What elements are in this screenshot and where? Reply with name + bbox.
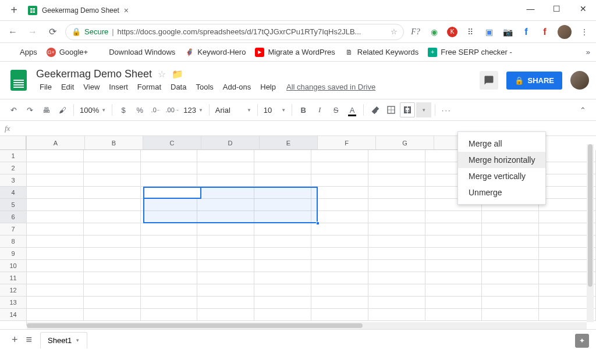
font-select[interactable]: Arial▼	[213, 106, 254, 115]
cell[interactable]	[254, 174, 311, 187]
cell[interactable]	[254, 272, 311, 284]
redo-button[interactable]: ↷	[22, 102, 37, 117]
row-header-9[interactable]: 9	[0, 248, 26, 260]
cell[interactable]	[141, 150, 198, 162]
row-header-5[interactable]: 5	[0, 199, 26, 211]
cell[interactable]	[368, 211, 425, 223]
browser-menu-button[interactable]: ⋮	[579, 26, 590, 38]
extension-f-icon[interactable]: F?	[410, 26, 421, 38]
cell[interactable]	[27, 150, 84, 162]
cell[interactable]	[141, 297, 198, 309]
currency-button[interactable]: $	[116, 102, 131, 117]
cell[interactable]	[311, 162, 368, 174]
col-header-e[interactable]: E	[260, 136, 318, 150]
increase-decimals-button[interactable]: .00→	[165, 102, 180, 117]
forward-button[interactable]: →	[26, 25, 40, 39]
cell[interactable]	[368, 174, 425, 187]
col-header-a[interactable]: A	[27, 136, 85, 150]
cell[interactable]	[141, 272, 198, 284]
cell[interactable]	[368, 162, 425, 174]
row-header-6[interactable]: 6	[0, 211, 26, 223]
cell[interactable]	[141, 187, 198, 199]
cell[interactable]	[197, 248, 254, 260]
strikethrough-button[interactable]: S	[328, 102, 343, 117]
menu-tools[interactable]: Tools	[192, 81, 217, 92]
cell[interactable]	[254, 223, 311, 235]
cell[interactable]	[84, 309, 141, 321]
cell[interactable]	[425, 248, 483, 260]
cell[interactable]	[311, 211, 368, 223]
bookmark-download-windows[interactable]: Download Windows	[95, 48, 178, 56]
cell[interactable]	[141, 223, 198, 235]
cell[interactable]	[482, 309, 539, 321]
cell[interactable]	[84, 297, 141, 309]
cell[interactable]	[27, 187, 84, 199]
cell[interactable]	[27, 235, 84, 248]
cell[interactable]	[311, 284, 368, 297]
cell[interactable]	[482, 260, 539, 272]
new-tab-button[interactable]: +	[6, 2, 22, 19]
cell[interactable]	[197, 309, 254, 321]
cell[interactable]	[27, 211, 84, 223]
cell[interactable]	[482, 297, 539, 309]
menu-file[interactable]: File	[36, 81, 55, 92]
cell[interactable]	[368, 260, 425, 272]
menu-format[interactable]: Format	[134, 81, 165, 92]
window-maximize-button[interactable]: ☐	[544, 0, 570, 17]
cell[interactable]	[27, 162, 84, 174]
cell[interactable]	[84, 260, 141, 272]
extension-dots-icon[interactable]: ⠿	[464, 26, 476, 38]
col-header-f[interactable]: F	[318, 136, 376, 150]
cell[interactable]	[425, 284, 483, 297]
cell[interactable]	[425, 223, 483, 235]
cell[interactable]	[254, 235, 311, 248]
cell[interactable]	[254, 297, 311, 309]
bookmark-migrate-wp[interactable]: ▶ Migrate a WordPres	[253, 48, 337, 57]
extension-page-icon[interactable]: ▣	[483, 26, 495, 38]
extension-facebook-icon[interactable]: f	[520, 26, 532, 38]
row-header-3[interactable]: 3	[0, 174, 26, 187]
cell[interactable]	[197, 199, 254, 211]
sheet-tab[interactable]: Sheet1 ▼	[40, 332, 87, 348]
browser-tab[interactable]: Geekermag Demo Sheet ×	[22, 1, 134, 20]
cell[interactable]	[197, 187, 254, 199]
cell[interactable]	[425, 272, 483, 284]
cell[interactable]	[141, 284, 198, 297]
merge-horizontally-item[interactable]: Merge horizontally	[458, 152, 545, 168]
add-sheet-button[interactable]: +	[12, 334, 18, 346]
col-header-g[interactable]: G	[376, 136, 434, 150]
extension-camera-icon[interactable]: 📷	[502, 26, 513, 38]
cell[interactable]	[141, 235, 198, 248]
cell[interactable]	[84, 235, 141, 248]
cell[interactable]	[141, 309, 198, 321]
cell[interactable]	[368, 235, 425, 248]
vertical-scrollbar[interactable]	[587, 144, 594, 322]
row-header-13[interactable]: 13	[0, 297, 26, 309]
extension-k-icon[interactable]: K	[447, 27, 457, 37]
cell[interactable]	[141, 260, 198, 272]
cell[interactable]	[84, 187, 141, 199]
bold-button[interactable]: B	[296, 102, 311, 117]
zoom-select[interactable]: 100%▼	[77, 106, 108, 115]
cell[interactable]	[141, 199, 198, 211]
cell[interactable]	[84, 199, 141, 211]
cell[interactable]	[311, 297, 368, 309]
cell[interactable]	[254, 284, 311, 297]
cell[interactable]	[368, 150, 425, 162]
save-status[interactable]: All changes saved in Drive	[286, 83, 375, 91]
percent-button[interactable]: %	[132, 102, 147, 117]
star-icon[interactable]: ☆	[391, 27, 398, 36]
cell[interactable]	[27, 284, 84, 297]
col-header-b[interactable]: B	[85, 136, 143, 150]
cell[interactable]	[482, 248, 539, 260]
cell[interactable]	[425, 260, 483, 272]
cell[interactable]	[141, 248, 198, 260]
bookmark-apps[interactable]: Apps	[6, 48, 40, 56]
star-button[interactable]: ☆	[158, 69, 166, 80]
folder-button[interactable]: 📁	[172, 69, 183, 80]
bookmark-keyword-hero[interactable]: 🦸 Keyword-Hero	[182, 48, 248, 57]
cell[interactable]	[482, 272, 539, 284]
cell[interactable]	[84, 162, 141, 174]
cell[interactable]	[254, 199, 311, 211]
menu-view[interactable]: View	[80, 81, 103, 92]
